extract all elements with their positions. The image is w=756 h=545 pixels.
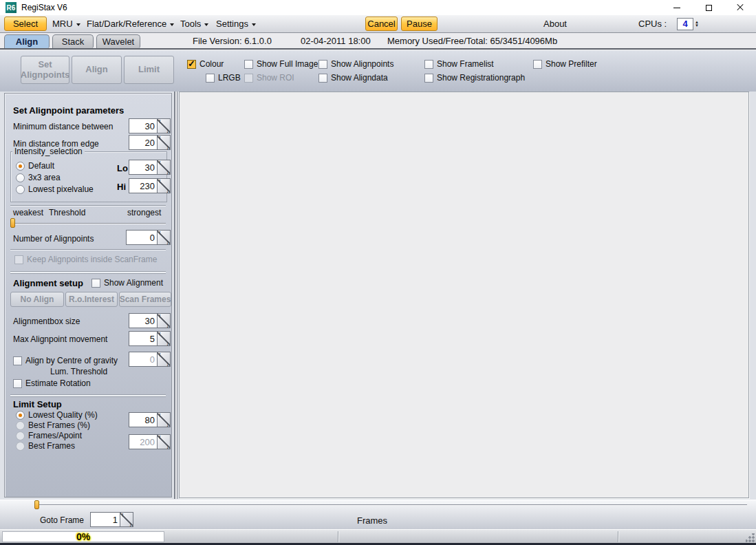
chevron-down-icon: [170, 23, 174, 26]
threshold-slider-track[interactable]: [10, 223, 166, 224]
radio-selected-icon: [16, 411, 25, 420]
show-prefilter-checkbox[interactable]: Show Prefilter: [533, 59, 597, 69]
max-alignpoint-movement-spinner[interactable]: [129, 331, 171, 346]
spin-up-down-icon[interactable]: [120, 512, 133, 527]
centre-of-gravity-spinner[interactable]: [129, 352, 171, 367]
progress-value: 0%: [76, 531, 90, 542]
centre-of-gravity-checkbox[interactable]: Align by Centre of gravity: [13, 356, 118, 365]
statusbar-divider: [338, 531, 338, 542]
spin-up-down-icon[interactable]: [158, 118, 171, 133]
best-frames-input[interactable]: [129, 434, 158, 449]
alignmentbox-size-spinner[interactable]: [129, 313, 171, 328]
threshold-strongest-label: strongest: [127, 208, 161, 217]
chevron-down-icon: [252, 23, 256, 26]
panel-splitter[interactable]: [174, 92, 177, 499]
radio-default[interactable]: Default: [16, 161, 54, 171]
radio-3x3-area[interactable]: 3x3 area: [16, 173, 61, 182]
min-distance-between-spinner[interactable]: [129, 118, 171, 133]
radio-best-frames[interactable]: Best Frames: [16, 441, 75, 451]
goto-frame-spinner[interactable]: [90, 512, 133, 527]
colour-checkbox[interactable]: Colour: [187, 59, 224, 69]
show-full-image-checkbox[interactable]: Show Full Image: [244, 59, 318, 69]
spin-up-down-icon[interactable]: [158, 412, 171, 427]
menu-tools[interactable]: Tools: [180, 15, 208, 32]
pause-button[interactable]: Pause: [401, 17, 438, 31]
max-alignpoint-movement-input[interactable]: [129, 331, 158, 346]
radio-icon: [16, 173, 25, 182]
spin-up-down-icon[interactable]: [158, 313, 171, 328]
close-button[interactable]: [724, 0, 756, 15]
lo-spinner[interactable]: [129, 160, 171, 175]
menu-settings[interactable]: Settings: [216, 15, 256, 32]
lo-input[interactable]: [129, 160, 158, 175]
image-canvas[interactable]: [179, 92, 749, 498]
show-alignment-checkbox[interactable]: Show Alignment: [91, 278, 163, 288]
number-of-alignpoints-input[interactable]: [126, 230, 158, 245]
min-distance-edge-spinner[interactable]: [129, 135, 171, 150]
maximize-button[interactable]: [693, 0, 724, 15]
file-version-text: File Version: 6.1.0.0: [193, 36, 272, 46]
resize-grip-icon[interactable]: [746, 533, 755, 542]
estimate-rotation-checkbox[interactable]: Estimate Rotation: [13, 378, 91, 388]
goto-frame-input[interactable]: [90, 512, 120, 527]
intensity-selection-title: Intensity_selection: [12, 147, 85, 156]
number-of-alignpoints-spinner[interactable]: [126, 230, 171, 245]
spin-up-down-icon[interactable]: [158, 352, 171, 367]
align-button[interactable]: Align: [72, 56, 122, 84]
spin-up-down-icon[interactable]: [158, 331, 171, 346]
threshold-slider-thumb[interactable]: [10, 218, 15, 228]
checkbox-icon: [533, 60, 542, 69]
show-framelist-checkbox[interactable]: Show Framelist: [424, 59, 494, 69]
min-distance-between-label: Minimum distance between: [13, 122, 113, 131]
min-distance-between-input[interactable]: [129, 118, 158, 133]
progress-bar: 0%: [2, 531, 164, 542]
radio-frames-apoint[interactable]: Frames/Apoint: [16, 431, 82, 440]
spin-up-down-icon[interactable]: [158, 178, 171, 193]
min-distance-edge-input[interactable]: [129, 135, 158, 150]
spin-up-down-icon[interactable]: [158, 230, 171, 245]
scan-frames-button[interactable]: Scan Frames: [119, 292, 171, 307]
alignmentbox-size-input[interactable]: [129, 313, 158, 328]
hi-label: Hi: [117, 182, 126, 192]
tab-align[interactable]: Align: [4, 34, 50, 48]
spin-up-down-icon[interactable]: [158, 135, 171, 150]
app-icon: R6: [6, 2, 17, 13]
roi-interest-button[interactable]: R.o.Interest: [65, 292, 118, 307]
frame-slider-track[interactable]: [34, 504, 747, 506]
window-controls: [661, 0, 756, 15]
menu-mru[interactable]: MRU: [52, 15, 80, 32]
radio-lowest-pixelvalue[interactable]: Lowest pixelvalue: [16, 184, 94, 194]
tab-wavelet[interactable]: Wavelet: [96, 34, 140, 48]
show-alignpoints-checkbox[interactable]: Show Alignpoints: [318, 59, 393, 69]
show-registrationgraph-checkbox[interactable]: Show Registrationgraph: [424, 73, 525, 83]
lowest-quality-input[interactable]: [129, 412, 158, 427]
limit-button[interactable]: Limit: [124, 56, 174, 84]
cancel-button[interactable]: Cancel: [365, 17, 398, 31]
frame-slider-thumb[interactable]: [34, 500, 39, 509]
radio-best-frames-pct[interactable]: Best Frames (%): [16, 420, 90, 430]
minimize-button[interactable]: [661, 0, 693, 15]
cpus-spinner[interactable]: 4 ▲▼: [677, 18, 700, 30]
tab-stack[interactable]: Stack: [52, 34, 94, 48]
lowest-quality-spinner[interactable]: [129, 412, 171, 427]
show-aligndata-checkbox[interactable]: Show Aligndata: [318, 73, 388, 83]
cpus-value[interactable]: 4: [677, 18, 693, 30]
hi-input[interactable]: [129, 178, 158, 193]
menu-about[interactable]: About: [543, 15, 567, 32]
set-alignpoints-button[interactable]: Set Alignpoints: [21, 56, 69, 84]
radio-lowest-quality[interactable]: Lowest Quality (%): [16, 410, 98, 420]
keep-alignpoints-checkbox: Keep Alignpoints inside ScanFrame: [14, 255, 157, 264]
radio-icon: [16, 185, 25, 194]
select-button[interactable]: Select: [4, 17, 47, 31]
hi-spinner[interactable]: [129, 178, 171, 193]
spin-up-down-icon[interactable]: [158, 434, 171, 449]
no-align-button[interactable]: No Align: [10, 292, 64, 307]
best-frames-spinner[interactable]: [129, 434, 171, 449]
menu-flat-dark-reference[interactable]: Flat/Dark/Reference: [87, 15, 174, 32]
separator: [10, 249, 166, 250]
centre-of-gravity-input[interactable]: [129, 352, 158, 367]
spin-up-down-icon[interactable]: [158, 160, 171, 175]
cpus-up-down-icon[interactable]: ▲▼: [693, 18, 700, 30]
lrgb-checkbox[interactable]: LRGB: [206, 73, 241, 83]
window-title: RegiStax V6: [21, 3, 67, 12]
